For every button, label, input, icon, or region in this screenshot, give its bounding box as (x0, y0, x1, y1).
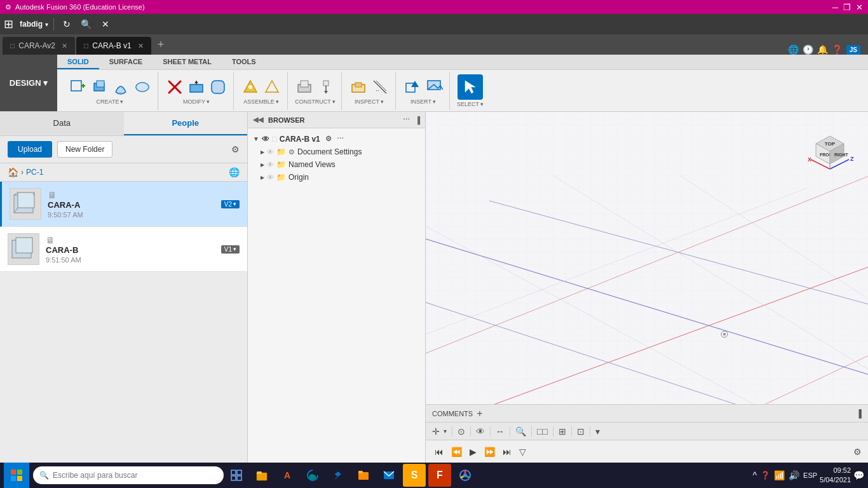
search-button[interactable]: 🔍 (77, 18, 95, 30)
ribbon-tab-solid[interactable]: SOLID (57, 55, 99, 69)
modify-press-pull-icon[interactable] (186, 77, 207, 97)
vp-dropdown-icon[interactable]: ▾ (444, 428, 447, 435)
breadcrumb-home-icon[interactable]: 🏠 (8, 167, 18, 177)
panel-tab-people[interactable]: People (124, 112, 248, 135)
taskbar-edge-icon[interactable] (301, 464, 324, 487)
create-extrude-icon[interactable] (89, 77, 109, 97)
browser-dots-icon[interactable]: ⋯ (403, 116, 410, 124)
create-revolve-icon[interactable] (111, 77, 131, 97)
panel-tab-data[interactable]: Data (0, 112, 124, 135)
waffle-icon[interactable]: ⊞ (4, 17, 13, 31)
tray-volume-icon[interactable]: 🔊 (787, 469, 801, 482)
user-dropdown-icon[interactable]: ▾ (45, 21, 48, 28)
tab-account-badge[interactable]: JS (846, 45, 860, 55)
modify-chevron[interactable]: ▾ (207, 98, 210, 105)
browser-toggle-icon[interactable]: ▐ (415, 116, 420, 124)
modify-delete-icon[interactable] (165, 77, 185, 97)
ribbon-tab-sheetmetal[interactable]: SHEET METAL (153, 55, 222, 69)
browser-root-eye-icon[interactable]: 👁 (262, 135, 269, 144)
viewcube[interactable]: X Z TOP FRONT RIGHT (804, 125, 855, 175)
insert-chevron[interactable]: ▾ (433, 98, 436, 105)
vp-more-icon[interactable]: ▾ (595, 426, 600, 437)
tab-history-icon[interactable]: 🕐 (803, 44, 813, 55)
vp-look-icon[interactable]: 👁 (476, 426, 485, 437)
user-name[interactable]: fabdig (20, 20, 43, 29)
assemble-motion-icon[interactable] (262, 77, 282, 97)
insert-derive-icon[interactable] (402, 77, 423, 97)
start-button[interactable] (4, 463, 29, 488)
tab-cara-av2[interactable]: □ CARA-Av2 ✕ (3, 37, 75, 55)
file-item-cara-a[interactable]: 🖥 CARA-A 9:50:57 AM V2 ▾ (0, 182, 247, 227)
insert-decal-icon[interactable] (424, 77, 444, 97)
new-folder-button[interactable]: New Folder (57, 141, 112, 158)
tl-play-button[interactable]: ▶ (467, 445, 479, 458)
construct-axis-icon[interactable] (316, 77, 336, 97)
file-version-cara-b[interactable]: V1 ▾ (221, 245, 240, 254)
close-panel-button[interactable]: ✕ (98, 18, 113, 30)
tray-expand-icon[interactable]: ^ (751, 469, 758, 482)
browser-item-origin[interactable]: ▶ 👁 📁 Origin (248, 171, 425, 184)
comments-collapse-icon[interactable]: ▐ (856, 409, 862, 418)
tray-lang[interactable]: ESP (803, 471, 817, 479)
minimize-button[interactable]: ─ (832, 3, 838, 12)
vp-pan-icon[interactable]: ✛ (432, 426, 440, 437)
inspect-measure-icon[interactable] (348, 77, 369, 97)
tl-last-button[interactable]: ⏭ (500, 445, 514, 458)
tray-wifi-icon[interactable]: 📶 (773, 469, 786, 482)
file-item-cara-b[interactable]: 🖥 CARA-B 9:51:50 AM V1 ▾ (0, 227, 247, 272)
tab-notification-icon[interactable]: 🔔 (817, 44, 828, 55)
taskbar-app-s-icon[interactable]: S (403, 464, 426, 487)
browser-root-collapse-icon[interactable]: ▼ (253, 135, 259, 142)
assemble-chevron[interactable]: ▾ (276, 98, 279, 105)
close-button[interactable]: ✕ (856, 3, 863, 12)
vp-grid-icon[interactable]: ⊞ (559, 426, 566, 437)
viewport-3d[interactable]: X Z TOP FRONT RIGHT (426, 112, 868, 404)
create-chevron[interactable]: ▾ (120, 98, 123, 105)
restore-button[interactable]: ❐ (843, 3, 851, 12)
browser-root-settings-icon[interactable]: ⚙ (325, 135, 332, 143)
comments-add-icon[interactable]: + (477, 408, 482, 419)
browser-collapse-icon[interactable]: ◀◀ (253, 116, 263, 124)
tl-first-button[interactable]: ⏮ (432, 445, 446, 458)
taskbar-dropbox-icon[interactable] (327, 464, 349, 487)
notification-center-icon[interactable]: 💬 (853, 470, 864, 480)
tab-close-cara-av2[interactable]: ✕ (62, 42, 67, 50)
taskbar-files-icon[interactable] (352, 464, 375, 487)
browser-root-dots-icon[interactable]: ⋯ (337, 135, 344, 143)
inspect-section-icon[interactable]: ↔ (370, 77, 390, 97)
ribbon-tab-tools[interactable]: TOOLS (222, 55, 266, 69)
create-sketch-icon[interactable] (67, 77, 88, 97)
vp-render-icon[interactable]: ⊡ (577, 426, 585, 437)
browser-root-item[interactable]: ▼ 👁 □ CARA-B v1 ⚙ ⋯ (248, 132, 425, 146)
tab-close-cara-bv1[interactable]: ✕ (138, 42, 144, 50)
refresh-button[interactable]: ↻ (59, 18, 74, 30)
taskbar-autodesk-icon[interactable]: A (276, 464, 299, 487)
panel-settings-icon[interactable]: ⚙ (231, 144, 240, 154)
taskbar-search-input[interactable] (53, 471, 217, 480)
vp-zoomfit-icon[interactable]: 🔍 (515, 426, 526, 437)
browser-item-doc-settings[interactable]: ▶ 👁 📁 ⚙ Document Settings (248, 146, 425, 158)
breadcrumb-globe-icon[interactable]: 🌐 (229, 167, 240, 177)
vp-display-icon[interactable]: □□ (537, 426, 548, 437)
tab-globe-icon[interactable]: 🌐 (788, 44, 799, 55)
breadcrumb-folder[interactable]: PC-1 (26, 168, 43, 177)
version-dropdown-icon-b[interactable]: ▾ (233, 246, 236, 252)
version-dropdown-icon[interactable]: ▾ (233, 201, 236, 207)
browser-item-named-views[interactable]: ▶ 👁 📁 Named Views (248, 158, 425, 171)
construct-plane-icon[interactable] (294, 77, 315, 97)
upload-button[interactable]: Upload (8, 141, 52, 158)
construct-chevron[interactable]: ▾ (332, 98, 336, 105)
taskbar-chrome-icon[interactable] (454, 464, 477, 487)
modify-fillet-icon[interactable] (208, 77, 228, 97)
tl-prev-button[interactable]: ⏪ (449, 445, 465, 458)
select-chevron[interactable]: ▾ (480, 101, 484, 107)
taskbar-search[interactable]: 🔍 (33, 466, 224, 484)
select-tool-icon[interactable] (458, 74, 483, 100)
tray-help-icon[interactable]: ❓ (759, 470, 771, 481)
file-version-cara-a[interactable]: V2 ▾ (221, 200, 240, 208)
create-sweep-icon[interactable] (132, 77, 153, 97)
taskbar-app-f-icon[interactable]: F (428, 464, 451, 487)
tab-help-icon[interactable]: ❓ (832, 44, 843, 55)
inspect-chevron[interactable]: ▾ (381, 98, 384, 105)
assemble-joint-icon[interactable] (240, 77, 261, 97)
